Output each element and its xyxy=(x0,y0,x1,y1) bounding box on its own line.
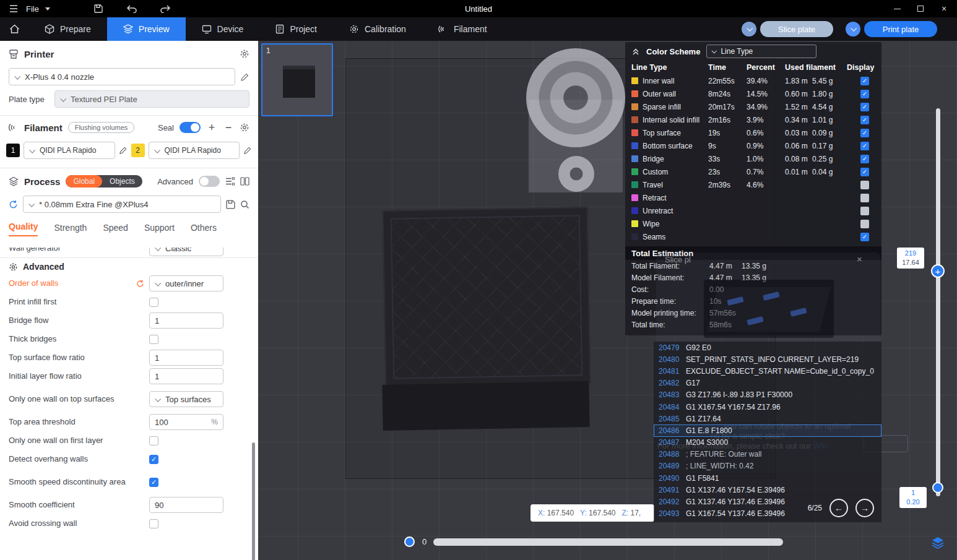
filament-slot-1-color[interactable]: 1 xyxy=(6,144,20,157)
save-icon[interactable] xyxy=(91,2,106,15)
tab-device[interactable]: Device xyxy=(186,17,260,41)
tab-strength[interactable]: Strength xyxy=(54,223,87,236)
gcode-line[interactable]: 20487M204 S3000 xyxy=(654,437,881,449)
minimize-button[interactable] xyxy=(888,1,906,16)
slice-plate-button[interactable]: Slice plate xyxy=(760,21,833,37)
display-checkbox[interactable] xyxy=(860,207,869,215)
mode-objects[interactable]: Objects xyxy=(102,175,142,187)
filament-slot-2-color[interactable]: 2 xyxy=(131,144,145,157)
add-filament-button[interactable]: + xyxy=(206,121,217,134)
tab-calibration[interactable]: Calibration xyxy=(333,17,422,41)
display-checkbox[interactable] xyxy=(860,233,869,241)
search-icon[interactable] xyxy=(240,200,249,209)
tab-speed[interactable]: Speed xyxy=(103,223,128,236)
compare-presets-icon[interactable] xyxy=(240,177,249,186)
layers-view-icon[interactable] xyxy=(929,533,947,552)
undo-icon[interactable] xyxy=(124,2,139,15)
plate-type-select[interactable]: Textured PEI Plate xyxy=(54,90,249,108)
filament-settings-gear-icon[interactable] xyxy=(240,123,249,132)
gcode-line[interactable]: 20479G92 E0 xyxy=(654,342,881,353)
smooth-speed-discontinuity-checkbox[interactable] xyxy=(149,478,158,487)
slice-plate-dropdown[interactable] xyxy=(742,22,756,37)
print-plate-dropdown[interactable] xyxy=(846,22,860,37)
display-checkbox[interactable] xyxy=(860,220,869,228)
gcode-line[interactable]: 20481EXCLUDE_OBJECT_START NAME=Cube_id_0… xyxy=(654,365,881,377)
display-checkbox[interactable] xyxy=(860,181,869,189)
remove-filament-button[interactable]: − xyxy=(223,121,234,134)
gcode-line[interactable]: 20489; LINE_WIDTH: 0.42 xyxy=(654,460,881,472)
tab-project[interactable]: Project xyxy=(259,17,333,41)
gcode-line-selected[interactable]: 20486G1 E.8 F1800 xyxy=(654,424,881,436)
process-preset-select[interactable]: * 0.08mm Extra Fine @XPlus4 xyxy=(23,196,221,213)
filament-2-select[interactable]: QIDI PLA Rapido xyxy=(149,142,240,159)
tab-preview[interactable]: Preview xyxy=(107,17,186,41)
top-area-threshold-input[interactable]: % xyxy=(149,414,223,430)
display-checkbox[interactable] xyxy=(860,129,869,137)
display-checkbox[interactable] xyxy=(860,142,869,150)
only-one-wall-top-select[interactable]: Top surfaces xyxy=(149,391,223,407)
reset-setting-icon[interactable] xyxy=(136,280,144,288)
display-checkbox[interactable] xyxy=(860,155,869,163)
redo-icon[interactable] xyxy=(158,2,173,15)
home-button[interactable] xyxy=(0,17,28,41)
initial-layer-flow-input[interactable] xyxy=(149,368,223,384)
display-checkbox[interactable] xyxy=(860,116,869,124)
display-checkbox[interactable] xyxy=(860,90,869,98)
thick-bridges-checkbox[interactable] xyxy=(149,335,158,344)
print-infill-first-checkbox[interactable] xyxy=(149,298,158,307)
gcode-line[interactable]: 20483G3 Z17.96 I-.89 J.83 P1 F30000 xyxy=(654,389,881,401)
gcode-line[interactable]: 20488; FEATURE: Outer wall xyxy=(654,449,881,460)
flushing-volumes-button[interactable]: Flushing volumes xyxy=(68,122,135,133)
printer-preset-select[interactable]: X-Plus 4 0.4 nozzle xyxy=(9,68,235,85)
display-checkbox[interactable] xyxy=(860,194,869,202)
display-checkbox[interactable] xyxy=(860,103,869,111)
layer-slider-track[interactable] xyxy=(936,108,940,496)
collapse-panel-icon[interactable] xyxy=(631,48,640,56)
detect-overhang-walls-checkbox[interactable] xyxy=(149,455,158,464)
printer-edit-icon[interactable] xyxy=(240,72,249,82)
top-surface-flow-input[interactable] xyxy=(149,350,223,366)
order-of-walls-select[interactable]: outer/inner xyxy=(149,275,223,291)
prev-tip-button[interactable]: ← xyxy=(829,499,848,517)
maximize-button[interactable] xyxy=(911,1,930,16)
display-checkbox[interactable] xyxy=(860,77,869,85)
layer-slider-bottom-handle[interactable] xyxy=(932,482,943,493)
filament-1-select[interactable]: QIDI PLA Rapido xyxy=(24,142,115,159)
filament-1-edit-icon[interactable] xyxy=(119,146,128,155)
display-checkbox[interactable] xyxy=(860,168,869,176)
sidebar-scrollbar[interactable] xyxy=(252,442,255,560)
color-scheme-mode-select[interactable]: Line Type xyxy=(706,45,816,58)
move-slider-handle[interactable] xyxy=(404,536,415,547)
file-menu[interactable]: File xyxy=(26,4,39,14)
close-button[interactable]: × xyxy=(935,1,953,16)
gcode-line[interactable]: 20484G1 X167.54 Y167.54 Z17.96 xyxy=(654,401,881,413)
seal-toggle[interactable] xyxy=(180,122,201,133)
mode-global[interactable]: Global xyxy=(66,175,102,187)
tab-support[interactable]: Support xyxy=(144,223,175,236)
printer-settings-gear-icon[interactable] xyxy=(240,49,249,59)
bridge-flow-input[interactable] xyxy=(149,312,223,329)
gcode-line[interactable]: 20491G1 X137.46 Y167.54 E.39496 xyxy=(654,484,881,496)
plate-thumbnail[interactable]: 1 xyxy=(261,43,333,116)
print-plate-button[interactable]: Print plate xyxy=(864,21,937,37)
model-cube-top[interactable] xyxy=(383,207,591,387)
tab-quality[interactable]: Quality xyxy=(9,222,38,236)
gcode-line[interactable]: 20490G1 F5841 xyxy=(654,472,881,484)
next-tip-button[interactable]: → xyxy=(855,499,874,517)
gcode-line[interactable]: 20480SET_PRINT_STATS_INFO CURRENT_LAYER=… xyxy=(654,353,881,365)
filament-2-edit-icon[interactable] xyxy=(243,146,252,155)
advanced-toggle[interactable] xyxy=(199,176,220,187)
tab-filament[interactable]: Filament xyxy=(422,17,503,41)
tab-others[interactable]: Others xyxy=(191,223,217,236)
menu-icon[interactable] xyxy=(6,2,21,15)
save-preset-icon[interactable] xyxy=(226,200,235,209)
gcode-viewer[interactable]: 20479G92 E0 20480SET_PRINT_STATS_INFO CU… xyxy=(654,342,881,522)
move-slider-track[interactable] xyxy=(433,538,783,546)
layer-slider-top-handle[interactable]: + xyxy=(931,264,945,278)
settings-list-icon[interactable] xyxy=(225,177,235,186)
smooth-coefficient-input[interactable] xyxy=(149,497,223,513)
file-menu-caret-icon[interactable] xyxy=(45,7,50,11)
only-one-wall-first-layer-checkbox[interactable] xyxy=(149,436,158,446)
gcode-line[interactable]: 20485G1 Z17.64 xyxy=(654,413,881,424)
tab-prepare[interactable]: Prepare xyxy=(28,17,107,41)
